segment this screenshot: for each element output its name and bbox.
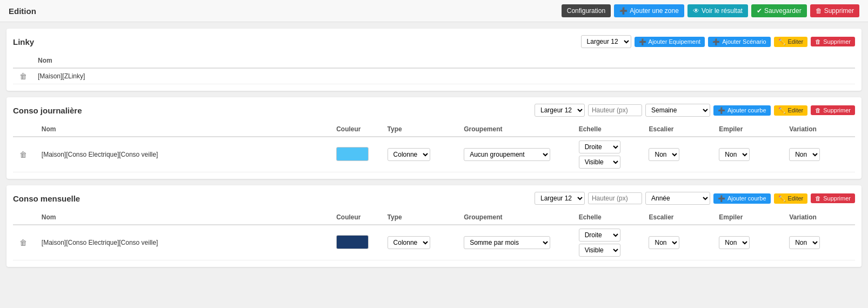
conso-mensuelle-editer-button[interactable]: ✏️ Editer — [774, 193, 808, 204]
cm-row-0-echelle-droite-row: Droite Gauche — [579, 229, 640, 242]
conso-mensuelle-periode-select[interactable]: Année Mois — [645, 192, 710, 205]
cm-row-0-echelle-cell: Droite Gauche Visible Masqué — [575, 225, 645, 260]
linky-col-action — [13, 53, 34, 68]
linky-supprimer-button[interactable]: 🗑 Supprimer — [811, 37, 855, 46]
cm-row-0-echelle-visible-select[interactable]: Visible Masqué — [579, 244, 620, 257]
plus-equip-icon: ➕ — [639, 38, 646, 45]
cj-row-0-groupement-select[interactable]: Aucun groupement Somme Moyenne — [464, 148, 550, 161]
cj-row-0-groupement-cell: Aucun groupement Somme Moyenne — [459, 137, 574, 172]
cm-row-0-escalier-select[interactable]: Non Oui — [649, 236, 679, 249]
cm-row-0-echelle-controls: Droite Gauche Visible Masqué — [579, 229, 640, 257]
cm-col-empiler: Empiler — [715, 210, 785, 225]
cj-row-0-type-select[interactable]: Colonne Ligne Aire — [388, 148, 430, 161]
conso-journaliere-hauteur-input[interactable] — [588, 104, 642, 116]
cm-row-0-couleur — [332, 225, 383, 260]
cm-col-couleur: Couleur — [332, 210, 383, 225]
cj-row-0-echelle-visible-select[interactable]: Visible Masqué — [579, 156, 620, 169]
cj-row-0-echelle-controls: Droite Gauche Visible Masqué — [579, 140, 640, 169]
cm-col-action — [13, 210, 37, 225]
cj-row-0-echelle-cell: Droite Gauche Visible Masqué — [575, 137, 645, 172]
cj-col-escalier: Escalier — [644, 122, 715, 137]
cm-row-0-groupement-select[interactable]: Somme par mois Moyenne par mois — [464, 236, 550, 249]
cm-col-echelle: Echelle — [575, 210, 645, 225]
top-bar: Edition Configuration ➕ Ajouter une zone… — [0, 0, 868, 22]
cm-row-0-variation-cell: Non Oui — [785, 225, 855, 260]
conso-journaliere-periode-select[interactable]: Semaine Mois Année — [645, 104, 710, 117]
supprimer-top-button[interactable]: 🗑 Supprimer — [810, 4, 859, 17]
cj-row-0-empiler-select[interactable]: Non Oui — [719, 148, 750, 161]
pencil-m-icon: ✏️ — [778, 195, 786, 202]
trash-m-icon: 🗑 — [815, 195, 821, 202]
ajouter-zone-button[interactable]: ➕ Ajouter une zone — [614, 4, 684, 17]
cm-col-type: Type — [383, 210, 460, 225]
conso-journaliere-table: Nom Couleur Type Groupement Echelle Esca… — [13, 122, 855, 172]
linky-row-nom: [Maison][ZLinky] — [34, 68, 855, 84]
linky-ajouter-equipement-button[interactable]: ➕ Ajouter Equipement — [635, 37, 705, 47]
cj-row-0-trash-icon[interactable]: 🗑 — [17, 149, 29, 160]
page-title: Edition — [9, 6, 36, 16]
cj-col-action — [13, 122, 37, 137]
cj-row-0-variation-cell: Non Oui — [785, 137, 855, 172]
voir-resultat-button[interactable]: 👁 Voir le résultat — [687, 4, 748, 17]
cj-row-0-color-swatch[interactable] — [336, 147, 369, 161]
cm-row-0-echelle-visible-row: Visible Masqué — [579, 244, 640, 257]
cj-col-empiler: Empiler — [715, 122, 785, 137]
linky-editer-button[interactable]: ✏️ Editer — [774, 37, 808, 47]
conso-mensuelle-largeur-select[interactable]: Largeur 12 — [535, 192, 585, 205]
pencil-j-icon: ✏️ — [778, 107, 786, 114]
cm-row-0-trash-icon[interactable]: 🗑 — [17, 237, 29, 248]
conso-journaliere-supprimer-button[interactable]: 🗑 Supprimer — [811, 105, 855, 115]
conso-mensuelle-table: Nom Couleur Type Groupement Echelle Esca… — [13, 210, 855, 260]
cm-col-nom: Nom — [37, 210, 332, 225]
sauvegarder-button[interactable]: ✔ Sauvegarder — [751, 4, 807, 17]
cm-row-0-variation-select[interactable]: Non Oui — [789, 236, 820, 249]
cm-col-groupement: Groupement — [459, 210, 574, 225]
cm-row-0-empiler-cell: Non Oui — [715, 225, 785, 260]
conso-mensuelle-supprimer-button[interactable]: 🗑 Supprimer — [811, 193, 855, 203]
cm-row-0-color-swatch[interactable] — [336, 235, 369, 249]
linky-trash-icon[interactable]: 🗑 — [17, 71, 29, 82]
conso-mensuelle-ajouter-courbe-button[interactable]: ➕ Ajouter courbe — [713, 193, 771, 204]
linky-ajouter-scenario-button[interactable]: ➕ Ajouter Scénario — [708, 37, 770, 47]
linky-section: Linky Largeur 12 ➕ Ajouter Equipement ➕ … — [6, 29, 862, 91]
linky-row: 🗑 [Maison][ZLinky] — [13, 68, 855, 84]
cm-row-0-empiler-select[interactable]: Non Oui — [719, 236, 750, 249]
cm-row-0-type-select[interactable]: Colonne Ligne — [388, 236, 430, 249]
conso-journaliere-controls: Largeur 12 Semaine Mois Année ➕ Ajouter … — [535, 104, 855, 117]
cj-row-0-variation-select[interactable]: Non Oui — [789, 148, 820, 161]
cj-col-variation: Variation — [785, 122, 855, 137]
cm-row-0-escalier-cell: Non Oui — [644, 225, 715, 260]
cj-row-0-echelle-droite-select[interactable]: Droite Gauche — [579, 140, 620, 153]
conso-journaliere-title: Conso journalière — [13, 106, 82, 115]
conso-journaliere-header: Conso journalière Largeur 12 Semaine Moi… — [13, 104, 855, 117]
cm-row-0-echelle-droite-select[interactable]: Droite Gauche — [579, 229, 620, 242]
conso-journaliere-section: Conso journalière Largeur 12 Semaine Moi… — [6, 97, 862, 179]
configuration-button[interactable]: Configuration — [562, 4, 611, 17]
plus-scen-icon: ➕ — [712, 38, 720, 45]
check-icon: ✔ — [757, 7, 762, 15]
conso-mensuelle-header: Conso mensuelle Largeur 12 Année Mois ➕ … — [13, 192, 855, 205]
conso-mensuelle-title: Conso mensuelle — [13, 194, 80, 203]
cm-col-escalier: Escalier — [644, 210, 715, 225]
cm-col-variation: Variation — [785, 210, 855, 225]
conso-journaliere-ajouter-courbe-button[interactable]: ➕ Ajouter courbe — [713, 105, 771, 116]
cj-col-type: Type — [383, 122, 460, 137]
linky-largeur-select[interactable]: Largeur 12 — [581, 35, 631, 48]
linky-largeur-container: Largeur 12 — [581, 35, 631, 48]
conso-mensuelle-hauteur-input[interactable] — [588, 192, 642, 204]
cj-row-0-escalier-select[interactable]: Non Oui — [649, 148, 679, 161]
linky-controls: Largeur 12 ➕ Ajouter Equipement ➕ Ajoute… — [581, 35, 855, 48]
linky-header: Linky Largeur 12 ➕ Ajouter Equipement ➕ … — [13, 35, 855, 48]
conso-journaliere-editer-button[interactable]: ✏️ Editer — [774, 105, 808, 116]
trash-linky-icon: 🗑 — [815, 38, 821, 45]
linky-col-nom: Nom — [34, 53, 855, 68]
conso-journaliere-largeur-select[interactable]: Largeur 12 — [535, 104, 585, 117]
cj-row-0-echelle-visible-row: Visible Masqué — [579, 156, 640, 169]
plus-courbe-j-icon: ➕ — [718, 107, 725, 114]
top-bar-buttons: Configuration ➕ Ajouter une zone 👁 Voir … — [562, 4, 859, 17]
trash-j-icon: 🗑 — [815, 107, 821, 113]
cm-row-0-groupement-cell: Somme par mois Moyenne par mois — [459, 225, 574, 260]
pencil-linky-icon: ✏️ — [778, 38, 786, 45]
plus-courbe-m-icon: ➕ — [718, 195, 725, 202]
cj-col-couleur: Couleur — [332, 122, 383, 137]
